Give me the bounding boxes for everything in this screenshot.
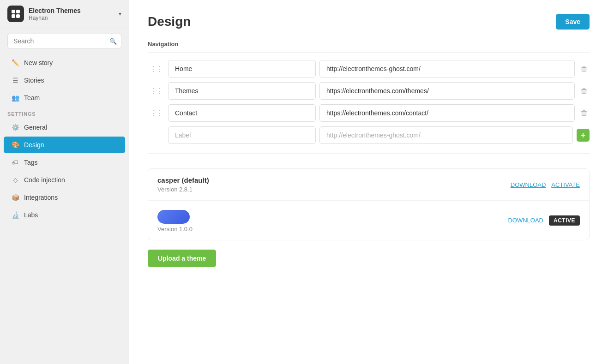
sidebar-item-team[interactable]: 👥 Team xyxy=(4,90,125,106)
theme-item-electron: Version 1.0.0 DOWNLOAD ACTIVE xyxy=(148,201,589,240)
search-icon: 🔍 xyxy=(109,38,117,45)
trash-icon xyxy=(580,109,588,117)
app-header[interactable]: Electron Themes Rayhan ▾ xyxy=(0,0,129,28)
active-badge: ACTIVE xyxy=(549,215,580,226)
svg-rect-11 xyxy=(583,110,585,111)
drag-handle-icon[interactable]: ⋮⋮ xyxy=(148,109,164,118)
code-icon: ◇ xyxy=(11,176,19,184)
tag-icon: 🏷 xyxy=(11,158,19,167)
main-content: Design Save Navigation ⋮⋮ ⋮⋮ xyxy=(129,0,608,364)
sidebar-item-new-story[interactable]: ✏️ New story xyxy=(4,54,125,71)
nav-label-input-contact[interactable] xyxy=(168,104,316,122)
theme-actions-electron: DOWNLOAD ACTIVE xyxy=(508,215,580,226)
save-button[interactable]: Save xyxy=(556,14,590,30)
people-icon: 👥 xyxy=(11,94,19,102)
box-icon: 📦 xyxy=(11,193,19,202)
delete-nav-item-contact[interactable] xyxy=(578,107,590,119)
nav-url-input-contact[interactable] xyxy=(319,104,575,122)
app-name-block: Electron Themes Rayhan xyxy=(29,6,81,21)
sidebar-item-design[interactable]: 🎨 Design xyxy=(4,137,125,153)
navigation-section-label: Navigation xyxy=(148,41,590,53)
gear-icon: ⚙️ xyxy=(11,123,19,131)
app-logo xyxy=(7,6,24,22)
nav-row-themes: ⋮⋮ xyxy=(148,82,590,100)
theme-actions-casper: DOWNLOAD ACTIVATE xyxy=(511,181,580,188)
sidebar-item-code-injection[interactable]: ◇ Code injection xyxy=(4,172,125,188)
theme-preview-image xyxy=(157,210,190,224)
upload-theme-button[interactable]: Upload a theme xyxy=(148,250,216,267)
theme-version-electron: Version 1.0.0 xyxy=(157,226,193,233)
drag-handle-placeholder: ⋮⋮ xyxy=(148,131,164,140)
sidebar-item-label: Code injection xyxy=(24,176,65,184)
svg-rect-12 xyxy=(582,112,586,116)
sidebar-item-label: Stories xyxy=(24,77,44,84)
page-title: Design xyxy=(148,14,191,29)
theme-item-casper: casper (default) Version 2.8.1 DOWNLOAD … xyxy=(148,169,589,201)
themes-section: casper (default) Version 2.8.1 DOWNLOAD … xyxy=(148,168,590,240)
search-box: 🔍 xyxy=(7,34,121,48)
trash-icon xyxy=(580,65,588,72)
activate-casper-button[interactable]: ACTIVATE xyxy=(551,181,580,188)
sidebar-item-general[interactable]: ⚙️ General xyxy=(4,119,125,136)
svg-rect-2 xyxy=(582,68,586,72)
sidebar-item-label: Labs xyxy=(24,211,38,219)
nav-label-input-home[interactable] xyxy=(168,60,316,78)
nav-label-input-themes[interactable] xyxy=(168,82,316,100)
nav-url-input-themes[interactable] xyxy=(319,82,575,100)
sidebar-item-stories[interactable]: ☰ Stories xyxy=(4,72,125,89)
sidebar-item-label: Design xyxy=(24,141,44,149)
nav-label-input-new[interactable] xyxy=(168,126,316,144)
app-title: Electron Themes xyxy=(29,6,81,15)
app-subtitle: Rayhan xyxy=(29,15,81,21)
sidebar-item-labs[interactable]: 🔬 Labs xyxy=(4,207,125,223)
drag-handle-icon[interactable]: ⋮⋮ xyxy=(148,87,164,95)
svg-rect-7 xyxy=(582,90,586,94)
list-icon: ☰ xyxy=(11,76,19,84)
flask-icon: 🔬 xyxy=(11,211,19,219)
nav-row-contact: ⋮⋮ xyxy=(148,104,590,122)
download-casper-button[interactable]: DOWNLOAD xyxy=(511,181,546,188)
sidebar-item-label: Tags xyxy=(24,159,38,166)
sidebar: Electron Themes Rayhan ▾ 🔍 ✏️ New story … xyxy=(0,0,129,364)
delete-nav-item-home[interactable] xyxy=(578,63,590,74)
search-input[interactable] xyxy=(7,34,121,48)
page-header: Design Save xyxy=(148,14,590,30)
svg-rect-1 xyxy=(583,66,585,67)
delete-nav-item-themes[interactable] xyxy=(578,85,590,96)
theme-version-casper: Version 2.8.1 xyxy=(157,186,209,193)
nav-url-input-new[interactable] xyxy=(319,126,573,144)
pencil-icon: ✏️ xyxy=(11,59,19,67)
sidebar-item-label: Integrations xyxy=(24,194,58,201)
section-divider xyxy=(148,153,590,154)
nav-row-new: ⋮⋮ + xyxy=(148,126,590,144)
nav-row-home: ⋮⋮ xyxy=(148,60,590,78)
theme-info-casper: casper (default) Version 2.8.1 xyxy=(157,176,209,193)
trash-icon xyxy=(580,87,588,95)
theme-name-casper: casper (default) xyxy=(157,176,209,184)
chevron-down-icon: ▾ xyxy=(119,11,121,17)
add-nav-item-button[interactable]: + xyxy=(577,129,590,142)
sidebar-item-label: New story xyxy=(24,59,53,66)
svg-rect-6 xyxy=(583,88,585,89)
settings-section-label: SETTINGS xyxy=(0,107,129,119)
sidebar-item-integrations[interactable]: 📦 Integrations xyxy=(4,189,125,206)
sidebar-item-tags[interactable]: 🏷 Tags xyxy=(4,154,125,171)
nav-url-input-home[interactable] xyxy=(319,60,575,78)
circle-check-icon: 🎨 xyxy=(11,141,19,149)
sidebar-item-label: General xyxy=(24,124,47,131)
drag-handle-icon[interactable]: ⋮⋮ xyxy=(148,65,164,73)
theme-info-electron: Version 1.0.0 xyxy=(157,208,193,233)
sidebar-item-label: Team xyxy=(24,94,40,101)
download-electron-button[interactable]: DOWNLOAD xyxy=(508,217,543,224)
